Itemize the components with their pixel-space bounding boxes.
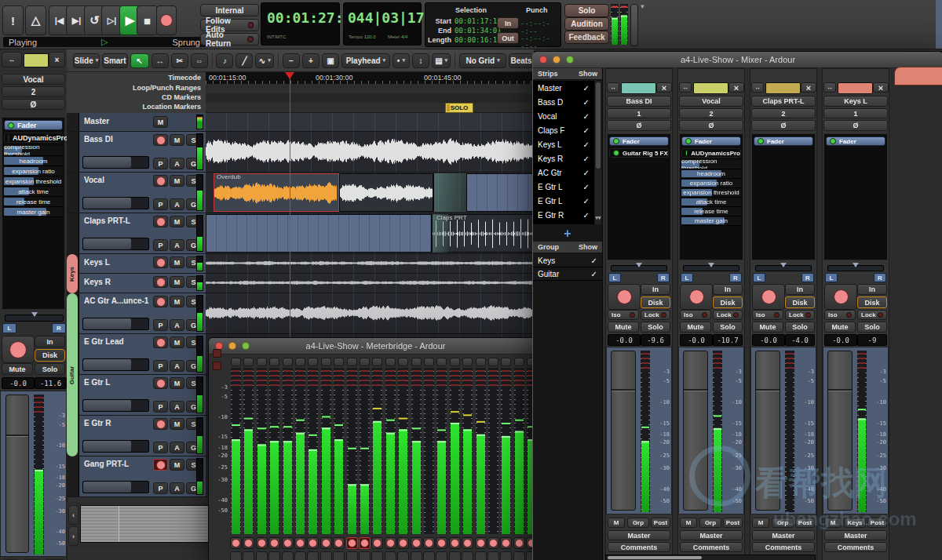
bridge-mute-button[interactable]: [436, 551, 447, 560]
bridge-channel-button[interactable]: [372, 358, 382, 366]
gain-fader[interactable]: [755, 351, 780, 511]
mute-button[interactable]: M: [170, 276, 184, 288]
strip-list-scrollbar[interactable]: ▾▾: [595, 81, 601, 224]
bridge-channel-button[interactable]: [436, 358, 447, 366]
record-enable-button[interactable]: [608, 284, 641, 310]
processor-box[interactable]: Fader AUDynamicsPro compression threshol…: [2, 117, 65, 310]
mute-button[interactable]: M: [170, 377, 184, 389]
strip-phase-button[interactable]: Ø: [823, 120, 888, 131]
strip-color-swatch[interactable]: [693, 82, 728, 94]
track-header-Bass-DI[interactable]: Bass DIMSPAG: [67, 132, 206, 173]
close-window-button[interactable]: [539, 56, 547, 64]
loop-punch-ruler[interactable]: [206, 84, 542, 93]
bridge-channel-button[interactable]: [269, 358, 279, 366]
bridge-mute-button[interactable]: [243, 551, 254, 560]
bridge-channel-button[interactable]: [476, 358, 486, 366]
stretch-tool-button[interactable]: ⇔: [191, 53, 208, 68]
peak-display[interactable]: -10.7: [713, 334, 743, 346]
bridge-record-arm-button[interactable]: [423, 537, 435, 549]
mute-button[interactable]: M: [170, 296, 184, 307]
track-name[interactable]: Keys R: [84, 278, 111, 286]
strip-input-button[interactable]: 2: [2, 86, 65, 97]
minimize-window-button[interactable]: [228, 342, 236, 350]
grab-tool-button[interactable]: ↖: [130, 53, 149, 68]
edit-mode-dropdown[interactable]: Slide▾: [73, 53, 100, 68]
mixer-titlebar[interactable]: a4-Live-Show - Mixer - Ardour: [533, 52, 942, 68]
strip-name-button[interactable]: Vocal: [679, 96, 743, 107]
strip-list-item-Master[interactable]: Master✓: [533, 81, 594, 95]
monitor-input-button[interactable]: In: [785, 284, 815, 295]
group-button[interactable]: Grp: [699, 518, 721, 528]
record-arm-button[interactable]: [153, 418, 168, 430]
fader-processor[interactable]: Fader: [826, 136, 885, 146]
strip-list-item-Bass-D[interactable]: Bass D✓: [533, 95, 594, 109]
bridge-record-arm-button[interactable]: [500, 537, 512, 549]
strip-name-button[interactable]: Keys L: [823, 96, 888, 107]
minimize-window-button[interactable]: [553, 56, 560, 64]
range-tool-button[interactable]: ↔: [152, 53, 169, 68]
bridge-mute-button[interactable]: [371, 551, 383, 560]
track-header-Keys-L[interactable]: Keys LMS: [67, 254, 206, 274]
auto-return-button[interactable]: Auto Return: [200, 33, 259, 45]
primary-clock[interactable]: 00:01:27:13 INT/MTC: [261, 2, 340, 45]
bridge-channel-button[interactable]: [295, 358, 305, 366]
group-list-item-Keys[interactable]: Keys✓: [533, 254, 602, 267]
bridge-record-arm-button[interactable]: [371, 537, 383, 549]
mute-button[interactable]: Mute: [752, 322, 783, 333]
mute-button[interactable]: M: [170, 134, 184, 146]
metering-point-button[interactable]: M: [608, 518, 625, 528]
comments-button[interactable]: Comments: [680, 542, 743, 552]
strip-phase-button[interactable]: Ø: [607, 120, 671, 131]
bridge-mute-button[interactable]: [268, 551, 280, 560]
bridge-channel-button[interactable]: [411, 358, 422, 366]
p-button[interactable]: P: [153, 360, 168, 372]
hide-strip-button[interactable]: ×: [728, 82, 744, 93]
track-lane-Keys-R[interactable]: [206, 274, 542, 293]
strip-name-button[interactable]: Claps PRT-L: [751, 96, 816, 107]
record-enable-button[interactable]: [752, 284, 785, 310]
solo-button[interactable]: Solo: [713, 322, 743, 333]
mute-button[interactable]: Mute: [680, 322, 711, 333]
solo-button[interactable]: Solo: [857, 322, 887, 333]
bridge-channel-button[interactable]: [257, 358, 267, 366]
bridge-record-arm-button[interactable]: [307, 537, 319, 549]
solo-button[interactable]: Solo: [785, 322, 815, 333]
record-arm-button[interactable]: [153, 256, 168, 268]
gain-fader[interactable]: [683, 351, 708, 511]
a-button[interactable]: A: [170, 442, 184, 453]
pan-slider[interactable]: [5, 315, 64, 322]
gain-fader[interactable]: [5, 395, 29, 553]
bridge-record-arm-button[interactable]: [294, 537, 306, 549]
record-arm-button[interactable]: [153, 175, 168, 187]
group-button[interactable]: Grp: [627, 518, 649, 528]
bridge-mute-button[interactable]: [462, 551, 473, 560]
pan-right-button[interactable]: R: [729, 273, 742, 282]
a-button[interactable]: A: [170, 401, 184, 413]
smart-mode-button[interactable]: Smart: [102, 53, 128, 68]
bridge-mute-button[interactable]: [256, 551, 268, 560]
mute-button[interactable]: Mute: [824, 322, 856, 333]
track-gain-fader[interactable]: [82, 318, 149, 330]
post-button[interactable]: Post: [795, 518, 815, 528]
cut-tool-button[interactable]: ✂: [171, 53, 188, 68]
zoom-window-button[interactable]: [566, 56, 574, 64]
solo-isolate-button[interactable]: Iso: [608, 310, 639, 320]
pan-slider[interactable]: [755, 265, 812, 271]
strip-color-swatch[interactable]: [838, 82, 873, 94]
narrow-strip-button[interactable]: ↔: [823, 82, 836, 93]
pan-left-button[interactable]: L: [825, 273, 838, 282]
bridge-mute-button[interactable]: [423, 551, 435, 560]
track-header-Master[interactable]: MasterM: [67, 113, 206, 132]
bridge-channel-button[interactable]: [385, 358, 396, 366]
bridge-record-arm-button[interactable]: [282, 537, 294, 549]
track-lane-Claps-PRT-L[interactable]: Claps PRT: [206, 213, 542, 254]
gain-display[interactable]: -0.0: [824, 334, 857, 346]
bridge-mute-button[interactable]: [513, 551, 525, 560]
track-name[interactable]: E Gtr Lead: [84, 337, 124, 346]
bridge-mute-button[interactable]: [487, 551, 499, 560]
plugin-param[interactable]: expansion ratio: [681, 179, 741, 188]
zoom-in-button[interactable]: +: [302, 53, 319, 68]
feedback-button[interactable]: Feedback: [564, 31, 609, 44]
hide-strip-button[interactable]: ×: [656, 82, 672, 93]
meterbridge-titlebar[interactable]: a4-Live-Show - Meterbridge - Ardour: [209, 338, 542, 355]
